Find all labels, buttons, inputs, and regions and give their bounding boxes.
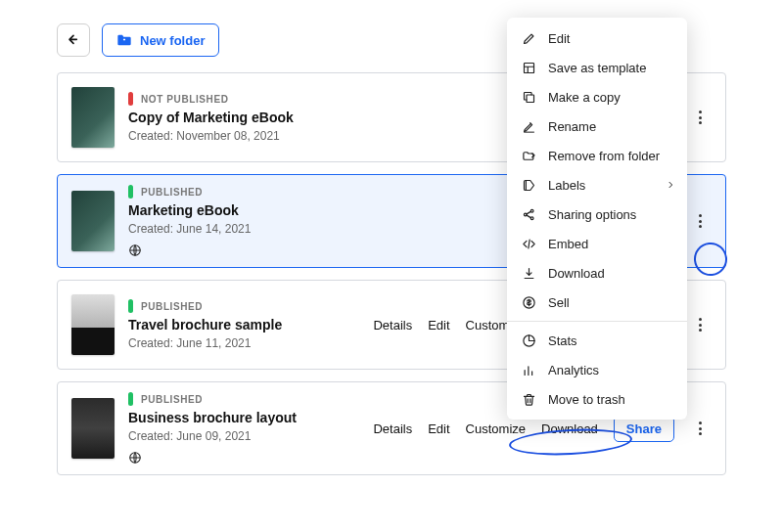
svg-rect-5 xyxy=(527,95,534,103)
rename-icon xyxy=(521,118,536,134)
share-icon xyxy=(521,206,536,222)
menu-item-label: Rename xyxy=(548,119,596,134)
status-indicator xyxy=(128,299,133,313)
document-created: Created: June 11, 2021 xyxy=(128,336,359,350)
menu-item-remove[interactable]: Remove from folder xyxy=(507,141,687,170)
menu-item-labels[interactable]: Labels xyxy=(507,170,687,200)
menu-item-label: Download xyxy=(548,266,605,281)
status-indicator xyxy=(128,185,133,199)
svg-rect-1 xyxy=(124,38,125,40)
document-meta: PUBLISHEDMarketing eBookCreated: June 14… xyxy=(128,185,546,257)
menu-item-label: Move to trash xyxy=(548,392,625,407)
stats-icon xyxy=(521,332,536,348)
more-options-button[interactable] xyxy=(688,417,712,440)
status-text: NOT PUBLISHED xyxy=(141,94,228,105)
globe-icon xyxy=(128,244,546,257)
menu-item-label: Save as template xyxy=(548,61,646,75)
document-meta: PUBLISHEDTravel brochure sampleCreated: … xyxy=(128,299,359,350)
more-icon xyxy=(699,318,702,332)
more-options-button[interactable] xyxy=(688,106,712,129)
menu-separator xyxy=(507,321,687,322)
new-folder-button[interactable]: New folder xyxy=(102,23,219,57)
document-created: Created: June 14, 2021 xyxy=(128,222,546,236)
menu-item-label: Make a copy xyxy=(548,90,621,105)
document-title: Business brochure layout xyxy=(128,410,359,425)
trash-icon xyxy=(521,391,536,407)
document-title: Marketing eBook xyxy=(128,202,546,218)
status-text: PUBLISHED xyxy=(141,301,203,312)
menu-item-label: Labels xyxy=(548,178,585,193)
document-thumbnail xyxy=(71,87,115,148)
menu-item-template[interactable]: Save as template xyxy=(507,53,687,82)
folder-plus-icon xyxy=(116,33,132,47)
remove-icon xyxy=(521,148,536,163)
document-thumbnail xyxy=(71,294,115,355)
back-icon xyxy=(66,32,81,48)
more-icon xyxy=(699,421,702,435)
context-menu: EditSave as templateMake a copyRenameRem… xyxy=(507,18,687,420)
embed-icon xyxy=(521,236,536,251)
copy-icon xyxy=(521,89,536,105)
more-options-button[interactable] xyxy=(688,209,712,233)
menu-item-label: Sell xyxy=(548,295,570,310)
status-indicator xyxy=(128,92,133,106)
menu-item-stats[interactable]: Stats xyxy=(507,326,687,355)
back-button[interactable] xyxy=(57,23,90,57)
more-icon xyxy=(699,214,702,228)
menu-item-label: Analytics xyxy=(548,363,599,377)
document-thumbnail xyxy=(71,191,115,251)
menu-item-sell[interactable]: Sell xyxy=(507,288,687,317)
action-download[interactable]: Download xyxy=(541,421,598,436)
menu-item-label: Embed xyxy=(548,237,588,251)
action-customize[interactable]: Customize xyxy=(466,421,526,436)
globe-icon xyxy=(128,451,359,465)
menu-item-label: Sharing options xyxy=(548,207,636,222)
menu-item-trash[interactable]: Move to trash xyxy=(507,384,687,414)
document-thumbnail xyxy=(71,398,115,459)
menu-item-share[interactable]: Sharing options xyxy=(507,200,687,229)
document-meta: PUBLISHEDBusiness brochure layoutCreated… xyxy=(128,392,359,465)
new-folder-label: New folder xyxy=(140,33,205,48)
document-title: Travel brochure sample xyxy=(128,317,359,332)
action-details[interactable]: Details xyxy=(373,318,412,332)
more-options-button[interactable] xyxy=(688,313,712,336)
menu-item-edit[interactable]: Edit xyxy=(507,23,687,53)
status-text: PUBLISHED xyxy=(141,394,203,405)
more-icon xyxy=(699,111,702,124)
menu-item-download[interactable]: Download xyxy=(507,258,687,288)
document-created: Created: June 09, 2021 xyxy=(128,429,359,443)
status-indicator xyxy=(128,392,133,406)
action-details[interactable]: Details xyxy=(373,421,412,436)
menu-item-label: Edit xyxy=(548,31,570,46)
download-icon xyxy=(521,265,536,281)
edit-icon xyxy=(521,30,536,46)
action-edit[interactable]: Edit xyxy=(428,318,449,332)
sell-icon xyxy=(521,294,536,310)
chevron-right-icon xyxy=(666,180,675,190)
svg-rect-4 xyxy=(524,63,533,72)
menu-item-embed[interactable]: Embed xyxy=(507,229,687,258)
menu-item-copy[interactable]: Make a copy xyxy=(507,82,687,111)
labels-icon xyxy=(521,177,536,193)
status-text: PUBLISHED xyxy=(141,187,203,198)
menu-item-analytics[interactable]: Analytics xyxy=(507,355,687,384)
menu-item-label: Remove from folder xyxy=(548,149,660,163)
menu-item-rename[interactable]: Rename xyxy=(507,111,687,141)
analytics-icon xyxy=(521,362,536,377)
template-icon xyxy=(521,60,536,75)
menu-item-label: Stats xyxy=(548,333,577,348)
action-edit[interactable]: Edit xyxy=(428,421,449,436)
